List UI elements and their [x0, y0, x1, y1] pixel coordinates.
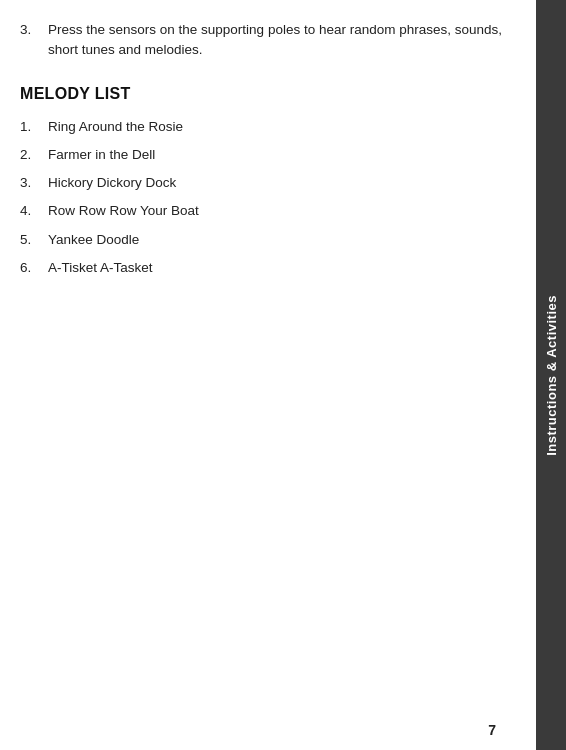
- melody-number: 3.: [20, 173, 48, 193]
- instruction-text: Press the sensors on the supporting pole…: [48, 20, 512, 61]
- melody-number: 2.: [20, 145, 48, 165]
- melody-list: 1.Ring Around the Rosie2.Farmer in the D…: [20, 117, 512, 279]
- list-item: 3.Hickory Dickory Dock: [20, 173, 512, 193]
- melody-number: 1.: [20, 117, 48, 137]
- page-container: 3. Press the sensors on the supporting p…: [0, 0, 566, 750]
- side-tab: Instructions & Activities: [536, 0, 566, 750]
- instruction-item-3: 3. Press the sensors on the supporting p…: [20, 20, 512, 61]
- main-content: 3. Press the sensors on the supporting p…: [0, 0, 536, 750]
- side-tab-label: Instructions & Activities: [544, 295, 559, 456]
- melody-name: Row Row Row Your Boat: [48, 201, 199, 221]
- melody-name: Ring Around the Rosie: [48, 117, 183, 137]
- page-number: 7: [488, 722, 496, 738]
- melody-number: 4.: [20, 201, 48, 221]
- melody-name: A-Tisket A-Tasket: [48, 258, 153, 278]
- melody-number: 6.: [20, 258, 48, 278]
- melody-number: 5.: [20, 230, 48, 250]
- melody-name: Yankee Doodle: [48, 230, 139, 250]
- list-item: 2.Farmer in the Dell: [20, 145, 512, 165]
- instruction-number: 3.: [20, 20, 48, 61]
- section-title: MELODY LIST: [20, 85, 512, 103]
- melody-name: Hickory Dickory Dock: [48, 173, 176, 193]
- list-item: 5.Yankee Doodle: [20, 230, 512, 250]
- list-item: 1.Ring Around the Rosie: [20, 117, 512, 137]
- list-item: 6.A-Tisket A-Tasket: [20, 258, 512, 278]
- melody-name: Farmer in the Dell: [48, 145, 155, 165]
- list-item: 4.Row Row Row Your Boat: [20, 201, 512, 221]
